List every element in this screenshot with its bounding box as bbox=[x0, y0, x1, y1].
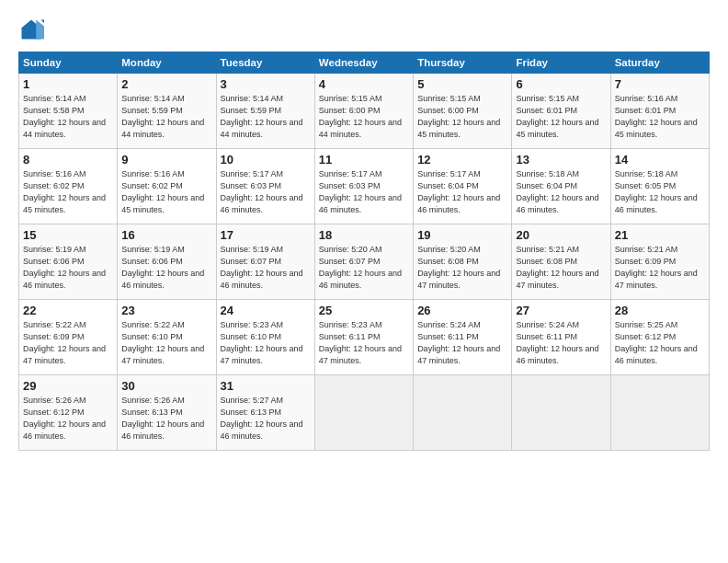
calendar-day-cell: 29 Sunrise: 5:26 AMSunset: 6:12 PMDaylig… bbox=[19, 375, 118, 451]
day-number: 11 bbox=[319, 153, 409, 167]
day-number: 25 bbox=[319, 304, 409, 317]
day-info: Sunrise: 5:20 AMSunset: 6:08 PMDaylight:… bbox=[417, 245, 500, 290]
calendar-day-cell: 7 Sunrise: 5:16 AMSunset: 6:01 PMDayligh… bbox=[610, 74, 709, 149]
calendar-day-cell: 23 Sunrise: 5:22 AMSunset: 6:10 PMDaylig… bbox=[118, 300, 216, 375]
svg-marker-1 bbox=[36, 20, 44, 40]
weekday-header: Tuesday bbox=[216, 52, 314, 74]
day-number: 20 bbox=[516, 228, 606, 242]
day-number: 18 bbox=[319, 228, 409, 242]
day-number: 21 bbox=[615, 228, 705, 242]
calendar-page: SundayMondayTuesdayWednesdayThursdayFrid… bbox=[0, 0, 728, 563]
day-info: Sunrise: 5:15 AMSunset: 6:01 PMDaylight:… bbox=[516, 94, 598, 139]
day-info: Sunrise: 5:15 AMSunset: 6:00 PMDaylight:… bbox=[319, 94, 402, 139]
day-number: 1 bbox=[23, 77, 113, 91]
day-info: Sunrise: 5:22 AMSunset: 6:09 PMDaylight:… bbox=[23, 320, 106, 365]
day-info: Sunrise: 5:26 AMSunset: 6:13 PMDaylight:… bbox=[121, 396, 204, 441]
day-number: 7 bbox=[615, 77, 705, 91]
day-info: Sunrise: 5:14 AMSunset: 5:59 PMDaylight:… bbox=[221, 94, 303, 139]
calendar-day-cell: 16 Sunrise: 5:19 AMSunset: 6:06 PMDaylig… bbox=[118, 224, 216, 300]
day-number: 12 bbox=[417, 153, 507, 167]
day-number: 31 bbox=[221, 379, 311, 393]
calendar-day-cell: 12 Sunrise: 5:17 AMSunset: 6:04 PMDaylig… bbox=[414, 149, 512, 224]
day-info: Sunrise: 5:16 AMSunset: 6:01 PMDaylight:… bbox=[615, 94, 698, 139]
day-number: 14 bbox=[615, 153, 705, 167]
calendar-day-cell: 22 Sunrise: 5:22 AMSunset: 6:09 PMDaylig… bbox=[19, 300, 118, 375]
calendar-day-cell: 6 Sunrise: 5:15 AMSunset: 6:01 PMDayligh… bbox=[512, 74, 610, 149]
day-number: 26 bbox=[417, 304, 507, 317]
calendar-table: SundayMondayTuesdayWednesdayThursdayFrid… bbox=[18, 52, 710, 451]
calendar-day-cell: 1 Sunrise: 5:14 AMSunset: 5:58 PMDayligh… bbox=[19, 74, 118, 149]
day-number: 3 bbox=[221, 77, 311, 91]
day-info: Sunrise: 5:15 AMSunset: 6:00 PMDaylight:… bbox=[417, 94, 500, 139]
weekday-header: Thursday bbox=[414, 52, 512, 74]
weekday-header: Saturday bbox=[610, 52, 709, 74]
day-info: Sunrise: 5:24 AMSunset: 6:11 PMDaylight:… bbox=[516, 320, 598, 365]
day-info: Sunrise: 5:17 AMSunset: 6:03 PMDaylight:… bbox=[319, 169, 402, 214]
weekday-header-row: SundayMondayTuesdayWednesdayThursdayFrid… bbox=[19, 52, 710, 74]
calendar-day-cell: 5 Sunrise: 5:15 AMSunset: 6:00 PMDayligh… bbox=[414, 74, 512, 149]
day-number: 2 bbox=[121, 77, 211, 91]
day-number: 28 bbox=[615, 304, 705, 317]
calendar-day-cell: 17 Sunrise: 5:19 AMSunset: 6:07 PMDaylig… bbox=[216, 224, 314, 300]
day-info: Sunrise: 5:14 AMSunset: 5:59 PMDaylight:… bbox=[121, 94, 204, 139]
day-info: Sunrise: 5:17 AMSunset: 6:04 PMDaylight:… bbox=[417, 169, 500, 214]
calendar-week-row: 22 Sunrise: 5:22 AMSunset: 6:09 PMDaylig… bbox=[19, 300, 710, 375]
calendar-day-cell: 31 Sunrise: 5:27 AMSunset: 6:13 PMDaylig… bbox=[216, 375, 314, 451]
calendar-day-cell: 18 Sunrise: 5:20 AMSunset: 6:07 PMDaylig… bbox=[314, 224, 413, 300]
day-info: Sunrise: 5:22 AMSunset: 6:10 PMDaylight:… bbox=[121, 320, 204, 365]
calendar-week-row: 15 Sunrise: 5:19 AMSunset: 6:06 PMDaylig… bbox=[19, 224, 710, 300]
calendar-day-cell: 4 Sunrise: 5:15 AMSunset: 6:00 PMDayligh… bbox=[314, 74, 413, 149]
weekday-header: Friday bbox=[512, 52, 610, 74]
calendar-week-row: 1 Sunrise: 5:14 AMSunset: 5:58 PMDayligh… bbox=[19, 74, 710, 149]
calendar-day-cell: 19 Sunrise: 5:20 AMSunset: 6:08 PMDaylig… bbox=[414, 224, 512, 300]
calendar-day-cell: 20 Sunrise: 5:21 AMSunset: 6:08 PMDaylig… bbox=[512, 224, 610, 300]
calendar-day-cell: 21 Sunrise: 5:21 AMSunset: 6:09 PMDaylig… bbox=[610, 224, 709, 300]
calendar-day-cell: 3 Sunrise: 5:14 AMSunset: 5:59 PMDayligh… bbox=[216, 74, 314, 149]
calendar-day-cell: 10 Sunrise: 5:17 AMSunset: 6:03 PMDaylig… bbox=[216, 149, 314, 224]
calendar-day-cell: 8 Sunrise: 5:16 AMSunset: 6:02 PMDayligh… bbox=[19, 149, 118, 224]
calendar-day-cell: 14 Sunrise: 5:18 AMSunset: 6:05 PMDaylig… bbox=[610, 149, 709, 224]
header bbox=[18, 17, 710, 42]
calendar-day-cell: 2 Sunrise: 5:14 AMSunset: 5:59 PMDayligh… bbox=[118, 74, 216, 149]
day-info: Sunrise: 5:19 AMSunset: 6:06 PMDaylight:… bbox=[23, 245, 106, 290]
calendar-day-cell bbox=[610, 375, 709, 451]
calendar-week-row: 8 Sunrise: 5:16 AMSunset: 6:02 PMDayligh… bbox=[19, 149, 710, 224]
day-info: Sunrise: 5:21 AMSunset: 6:08 PMDaylight:… bbox=[516, 245, 598, 290]
day-info: Sunrise: 5:21 AMSunset: 6:09 PMDaylight:… bbox=[615, 245, 698, 290]
day-number: 4 bbox=[319, 77, 409, 91]
day-number: 5 bbox=[417, 77, 507, 91]
calendar-day-cell: 30 Sunrise: 5:26 AMSunset: 6:13 PMDaylig… bbox=[118, 375, 216, 451]
day-info: Sunrise: 5:19 AMSunset: 6:07 PMDaylight:… bbox=[221, 245, 303, 290]
calendar-day-cell: 25 Sunrise: 5:23 AMSunset: 6:11 PMDaylig… bbox=[314, 300, 413, 375]
day-number: 19 bbox=[417, 228, 507, 242]
logo-icon bbox=[18, 17, 44, 42]
day-number: 8 bbox=[23, 153, 113, 167]
day-info: Sunrise: 5:17 AMSunset: 6:03 PMDaylight:… bbox=[221, 169, 303, 214]
day-number: 9 bbox=[121, 153, 211, 167]
day-number: 15 bbox=[23, 228, 113, 242]
calendar-body: 1 Sunrise: 5:14 AMSunset: 5:58 PMDayligh… bbox=[19, 74, 710, 451]
calendar-day-cell: 27 Sunrise: 5:24 AMSunset: 6:11 PMDaylig… bbox=[512, 300, 610, 375]
calendar-day-cell: 11 Sunrise: 5:17 AMSunset: 6:03 PMDaylig… bbox=[314, 149, 413, 224]
day-number: 10 bbox=[221, 153, 311, 167]
day-info: Sunrise: 5:23 AMSunset: 6:11 PMDaylight:… bbox=[319, 320, 402, 365]
day-info: Sunrise: 5:23 AMSunset: 6:10 PMDaylight:… bbox=[221, 320, 303, 365]
weekday-header: Sunday bbox=[19, 52, 118, 74]
day-number: 6 bbox=[516, 77, 606, 91]
day-info: Sunrise: 5:26 AMSunset: 6:12 PMDaylight:… bbox=[23, 396, 106, 441]
day-number: 24 bbox=[221, 304, 311, 317]
calendar-day-cell: 26 Sunrise: 5:24 AMSunset: 6:11 PMDaylig… bbox=[414, 300, 512, 375]
day-info: Sunrise: 5:25 AMSunset: 6:12 PMDaylight:… bbox=[615, 320, 698, 365]
day-number: 17 bbox=[221, 228, 311, 242]
day-info: Sunrise: 5:19 AMSunset: 6:06 PMDaylight:… bbox=[121, 245, 204, 290]
logo bbox=[18, 17, 48, 42]
calendar-header: SundayMondayTuesdayWednesdayThursdayFrid… bbox=[19, 52, 710, 74]
calendar-day-cell bbox=[314, 375, 413, 451]
day-info: Sunrise: 5:24 AMSunset: 6:11 PMDaylight:… bbox=[417, 320, 500, 365]
day-number: 16 bbox=[121, 228, 211, 242]
day-number: 13 bbox=[516, 153, 606, 167]
calendar-week-row: 29 Sunrise: 5:26 AMSunset: 6:12 PMDaylig… bbox=[19, 375, 710, 451]
day-number: 29 bbox=[23, 379, 113, 393]
day-info: Sunrise: 5:16 AMSunset: 6:02 PMDaylight:… bbox=[23, 169, 106, 214]
day-number: 22 bbox=[23, 304, 113, 317]
